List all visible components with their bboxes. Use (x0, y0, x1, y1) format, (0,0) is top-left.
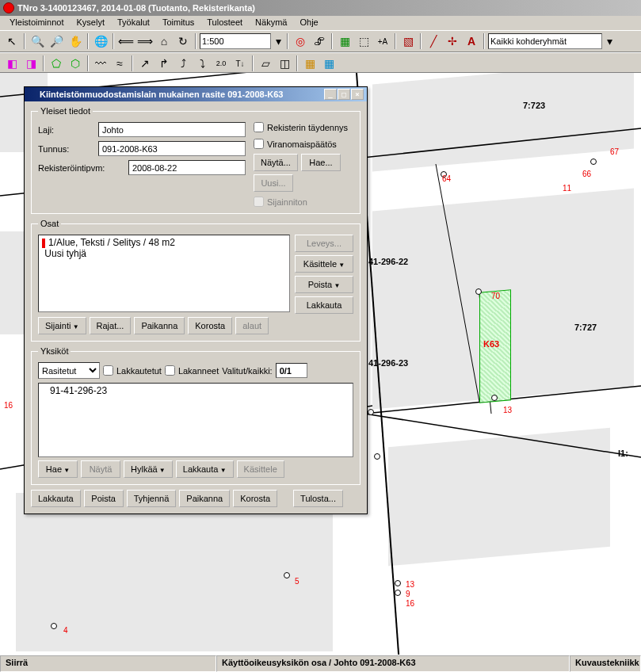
leveys-button[interactable]: Leveys... (295, 235, 353, 252)
pan-icon[interactable]: ✋ (67, 32, 84, 50)
paikanna-main-button[interactable]: Paikanna (179, 490, 230, 507)
group-legend: Yksiköt (38, 346, 71, 356)
alaut-button[interactable]: alaut (235, 317, 269, 334)
chk-label: Sijainniton (267, 197, 307, 207)
back-icon[interactable]: ⟸ (117, 32, 135, 50)
scale-combo[interactable] (200, 33, 271, 49)
rekisterointipvm-input[interactable] (128, 160, 246, 175)
yksikot-group: Yksiköt Rasitetut Lakkautetut Lakanneet … (31, 346, 361, 485)
target-dropdown-icon[interactable]: ▾ (604, 32, 615, 50)
zoom-out-icon[interactable]: 🔎 (48, 32, 65, 50)
draw-2-icon[interactable]: ◫ (276, 55, 293, 72)
grid-2-icon[interactable]: ▦ (320, 55, 338, 72)
kasittele-button[interactable]: Käsittele (237, 460, 284, 478)
parcel-label: 41-296-23 (368, 358, 408, 368)
rekisterin-taydennys-checkbox[interactable] (254, 122, 264, 132)
link-icon[interactable]: 🖇 (311, 32, 328, 50)
hae-button[interactable]: Hae... (301, 154, 341, 171)
text-tool-icon[interactable]: T↓ (231, 55, 249, 72)
minimize-icon[interactable]: _ (324, 89, 337, 100)
menu-ohje[interactable]: Ohje (293, 17, 324, 29)
tunnus-input[interactable] (98, 141, 246, 156)
shape-2-icon[interactable]: ⬡ (67, 55, 84, 72)
crosshair-icon[interactable]: ✢ (444, 32, 461, 50)
tulosta-button[interactable]: Tulosta... (293, 490, 343, 507)
pointer-icon[interactable]: ↖ (3, 32, 21, 50)
nayta-button[interactable]: Näytä (81, 460, 120, 478)
cube-2-icon[interactable]: ◨ (22, 55, 40, 72)
list-item[interactable]: 1/Alue, Teksti / Selitys / 48 m2 (42, 237, 286, 248)
svg-line-7 (436, 164, 479, 402)
yksikot-listbox[interactable]: 91-41-296-23 (38, 383, 353, 457)
chk-label: Rekisterin täydennys (267, 123, 348, 132)
yksikot-select[interactable]: Rasitetut (38, 362, 100, 379)
dialog-titlebar[interactable]: Kiinteistönmuodostamislain mukainen rasi… (25, 87, 367, 101)
hae-button[interactable]: Hae (38, 460, 78, 478)
hylkaa-button[interactable]: Hylkää (124, 460, 173, 478)
refresh-icon[interactable]: ↻ (174, 32, 192, 50)
forward-icon[interactable]: ⟹ (136, 32, 154, 50)
app-icon (3, 2, 14, 13)
path-2-icon[interactable]: ↱ (155, 55, 173, 72)
cube-1-icon[interactable]: ◧ (3, 55, 21, 72)
plus-a-icon[interactable]: +A (374, 32, 391, 50)
path-4-icon[interactable]: ⤵ (193, 55, 211, 72)
target-group-combo[interactable] (488, 33, 602, 49)
menu-yleistoiminnot[interactable]: Yleistoiminnot (3, 17, 70, 29)
point-num: 66 (582, 170, 591, 178)
osat-listbox[interactable]: 1/Alue, Teksti / Selitys / 48 m2 Uusi ty… (38, 235, 290, 312)
uusi-button[interactable]: Uusi... (254, 174, 293, 192)
close-icon[interactable]: × (351, 89, 364, 100)
lakkauta-button[interactable]: Lakkauta (295, 296, 353, 314)
shape-1-icon[interactable]: ⬠ (48, 55, 65, 72)
home-icon[interactable]: ⌂ (155, 32, 173, 50)
maximize-icon[interactable]: □ (338, 89, 350, 100)
fill-icon[interactable]: ▧ (399, 32, 417, 50)
statusbar: Siirrä Käyttöoikeusyksikön osa / Johto 0… (0, 655, 641, 672)
lakkautetut-checkbox[interactable] (103, 365, 113, 376)
chk-label: Lakkautetut (116, 366, 162, 376)
menu-nakyma[interactable]: Näkymä (249, 17, 293, 29)
path-3-icon[interactable]: ⤴ (174, 55, 192, 72)
draw-1-icon[interactable]: ▱ (257, 55, 274, 72)
curve-icon[interactable]: 〰 (92, 55, 109, 72)
menu-toimitus[interactable]: Toimitus (156, 17, 200, 29)
dist-icon[interactable]: 2.0 (212, 55, 230, 72)
korosta-main-button[interactable]: Korosta (233, 490, 277, 507)
lakkauta-button[interactable]: Lakkauta (176, 460, 234, 478)
menu-kyselyt[interactable]: Kyselyt (70, 17, 110, 29)
grid-1-icon[interactable]: ▦ (301, 55, 319, 72)
line-icon[interactable]: ╱ (425, 32, 442, 50)
menu-tulosteet[interactable]: Tulosteet (200, 17, 249, 29)
poista-button[interactable]: Poista (295, 276, 353, 293)
text-icon[interactable]: A (463, 32, 480, 50)
laji-input[interactable] (98, 122, 246, 137)
target-icon[interactable]: ◎ (292, 32, 309, 50)
paikanna-button[interactable]: Paikanna (134, 317, 185, 334)
chk-label: Viranomaispäätös (267, 139, 337, 149)
korosta-button[interactable]: Korosta (188, 317, 232, 334)
osat-group: Osat 1/Alue, Teksti / Selitys / 48 m2 Uu… (31, 219, 361, 342)
wave-icon[interactable]: ≈ (111, 55, 128, 72)
tyhjenna-button[interactable]: Tyhjennä (127, 490, 177, 507)
globe-icon[interactable]: 🌐 (92, 32, 109, 50)
status-right: Kuvaustekniikk (570, 655, 641, 672)
lakkauta-main-button[interactable]: Lakkauta (31, 490, 81, 507)
list-item[interactable]: Uusi tyhjä (42, 248, 286, 259)
scale-dropdown-icon[interactable]: ▾ (273, 32, 284, 50)
zoom-in-icon[interactable]: 🔍 (29, 32, 46, 50)
menu-tyokalut[interactable]: Työkalut (111, 17, 156, 29)
nayta-button[interactable]: Näytä... (254, 154, 298, 171)
lakanneet-checkbox[interactable] (165, 365, 175, 376)
rekisterointipvm-label: Rekisteröintipvm: (38, 163, 125, 173)
list-item[interactable]: 91-41-296-23 (42, 385, 349, 396)
poista-main-button[interactable]: Poista (84, 490, 124, 507)
point-num: 11 (563, 184, 571, 193)
layers-icon[interactable]: ▦ (336, 32, 353, 50)
path-1-icon[interactable]: ↗ (136, 55, 154, 72)
sijainti-button[interactable]: Sijainti (38, 317, 86, 334)
viranomaispaatos-checkbox[interactable] (254, 139, 264, 149)
box-icon[interactable]: ⬚ (355, 32, 372, 50)
rajat-button[interactable]: Rajat... (90, 317, 132, 334)
kasittele-button[interactable]: Käsittele (295, 255, 353, 273)
